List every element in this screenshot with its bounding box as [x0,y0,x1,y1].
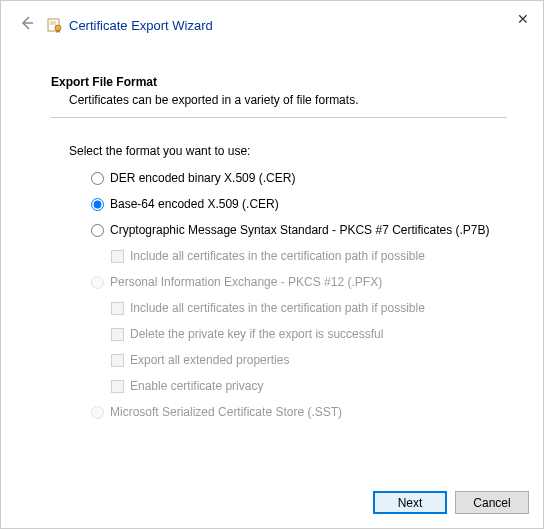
radio-der-input[interactable] [91,172,104,185]
radio-base64-label: Base-64 encoded X.509 (.CER) [110,196,279,212]
section-subheading: Certificates can be exported in a variet… [69,93,507,107]
radio-sst-label: Microsoft Serialized Certificate Store (… [110,404,342,420]
format-prompt: Select the format you want to use: [69,144,507,158]
check-pkcs7-include: Include all certificates in the certific… [111,248,507,264]
checkbox-icon [111,354,124,367]
radio-pfx-input [91,276,104,289]
radio-sst: Microsoft Serialized Certificate Store (… [91,404,507,420]
radio-pkcs7-label: Cryptographic Message Syntax Standard - … [110,222,490,238]
radio-pfx: Personal Information Exchange - PKCS #12… [91,274,507,290]
close-icon[interactable]: ✕ [517,11,529,27]
check-pfx-privacy: Enable certificate privacy [111,378,507,394]
divider [51,117,507,118]
check-pfx-ext: Export all extended properties [111,352,507,368]
radio-der-label: DER encoded binary X.509 (.CER) [110,170,295,186]
radio-base64[interactable]: Base-64 encoded X.509 (.CER) [91,196,507,212]
check-pfx-delete: Delete the private key if the export is … [111,326,507,342]
section-heading: Export File Format [51,75,507,89]
checkbox-icon [111,380,124,393]
radio-der[interactable]: DER encoded binary X.509 (.CER) [91,170,507,186]
checkbox-icon [111,328,124,341]
check-pfx-delete-label: Delete the private key if the export is … [130,326,383,342]
back-arrow-icon[interactable] [19,15,35,35]
check-pfx-ext-label: Export all extended properties [130,352,289,368]
checkbox-icon [111,302,124,315]
radio-pfx-label: Personal Information Exchange - PKCS #12… [110,274,382,290]
radio-pkcs7[interactable]: Cryptographic Message Syntax Standard - … [91,222,507,238]
cancel-button[interactable]: Cancel [455,491,529,514]
check-pkcs7-include-label: Include all certificates in the certific… [130,248,425,264]
check-pfx-include-label: Include all certificates in the certific… [130,300,425,316]
radio-base64-input[interactable] [91,198,104,211]
radio-sst-input [91,406,104,419]
checkbox-icon [111,250,124,263]
next-button[interactable]: Next [373,491,447,514]
check-pfx-include: Include all certificates in the certific… [111,300,507,316]
check-pfx-privacy-label: Enable certificate privacy [130,378,263,394]
certificate-icon [47,17,63,33]
radio-pkcs7-input[interactable] [91,224,104,237]
wizard-title: Certificate Export Wizard [69,18,213,33]
